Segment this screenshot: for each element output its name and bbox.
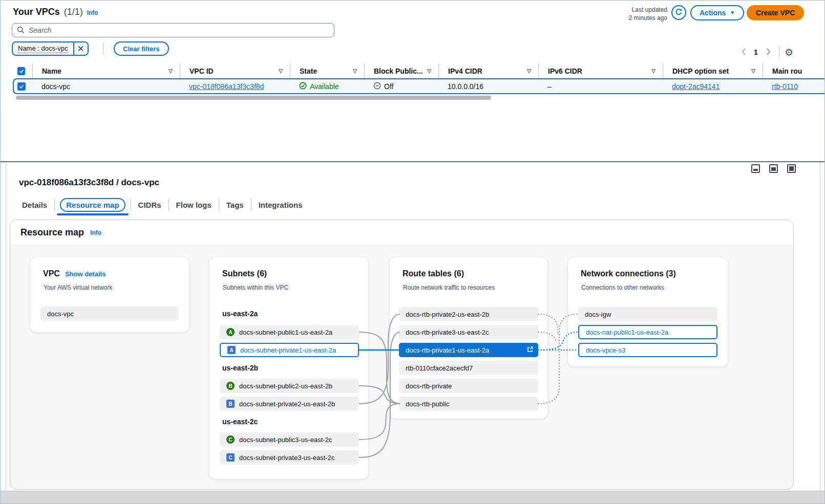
dhcp-option-set-link[interactable]: dopt-2ac94141	[672, 82, 720, 91]
select-all-checkbox[interactable]	[17, 67, 25, 75]
tab-separator	[54, 199, 55, 210]
route-tables-column: Route tables (6) Route network traffic t…	[390, 257, 547, 419]
column-header-ipv4-cidr[interactable]: IPv4 CIDR▽	[438, 63, 538, 78]
filter-token: Name : docs-vpc ✕	[12, 41, 89, 56]
route-tables-column-title: Route tables (6)	[403, 269, 464, 278]
subnet-b-badge-icon: B	[226, 400, 235, 408]
route-table-node-private2[interactable]: docs-rtb-private2-us-east-2b	[399, 307, 538, 321]
column-header-state[interactable]: State▽	[290, 63, 364, 78]
search-field	[12, 23, 334, 37]
subnet-node-public3[interactable]: C docs-subnet-public3-us-east-2c	[220, 432, 359, 447]
subnet-node-private3[interactable]: C docs-subnet-private3-us-east-2c	[220, 450, 359, 465]
subnet-node-private2[interactable]: B docs-subnet-private2-us-east-2b	[220, 397, 359, 411]
subnet-a-badge-icon: A	[227, 346, 236, 354]
resource-map-header: Resource map Info	[10, 220, 793, 246]
search-icon	[17, 26, 25, 35]
external-link-icon[interactable]	[526, 346, 534, 355]
filter-icon[interactable]: ▽	[279, 68, 283, 74]
subnet-node-public1[interactable]: A docs-subnet-public1-us-east-2a	[220, 325, 359, 339]
cell-ipv6-cidr: –	[538, 82, 663, 91]
tab-details[interactable]: Details	[15, 201, 54, 209]
row-checkbox-cell	[15, 82, 32, 91]
show-details-link[interactable]: Show details	[65, 270, 105, 278]
previous-page-button[interactable]	[738, 46, 749, 58]
filter-icon[interactable]: ▽	[427, 68, 431, 74]
current-page[interactable]: 1	[749, 48, 763, 56]
resource-map-title: Resource map	[20, 227, 84, 238]
panel-position-bottom-icon[interactable]	[751, 164, 760, 173]
last-updated: Last updated 2 minutes ago	[589, 6, 667, 22]
last-updated-line1: Last updated	[589, 6, 667, 14]
column-header-dhcp-option-set[interactable]: DHCP option set▽	[663, 63, 763, 78]
actions-button[interactable]: Actions ▼	[690, 5, 744, 20]
filter-icon[interactable]: ▽	[353, 68, 357, 74]
pager-divider	[779, 47, 779, 58]
subnet-c-badge-icon: C	[226, 435, 235, 444]
az-heading-us-east-2a: us-east-2a	[222, 310, 258, 318]
row-checkbox[interactable]	[17, 82, 26, 91]
az-heading-us-east-2b: us-east-2b	[222, 364, 258, 372]
filter-icon[interactable]: ▽	[168, 68, 173, 74]
main-route-table-link[interactable]: rtb-0110	[772, 82, 798, 91]
tab-tags[interactable]: Tags	[219, 201, 251, 209]
panel-position-half-icon[interactable]	[769, 164, 778, 173]
clear-filters-button[interactable]: Clear filters	[114, 41, 169, 56]
network-node-nat-selected[interactable]: docs-nat-public1-us-east-2a	[578, 325, 717, 339]
filter-icon[interactable]: ▽	[751, 68, 755, 74]
tab-flow-logs[interactable]: Flow logs	[169, 201, 219, 209]
tab-resource-map[interactable]: Resource map	[60, 198, 125, 212]
cell-ipv4-cidr: 10.0.0.0/16	[438, 82, 538, 91]
clear-filters-label: Clear filters	[123, 45, 160, 53]
column-header-ipv6-cidr[interactable]: IPv6 CIDR▽	[538, 63, 663, 78]
table-settings-button[interactable]: ⚙	[785, 48, 793, 57]
vpc-column-title: VPC	[43, 269, 60, 278]
subnet-node-private1-selected[interactable]: A docs-subnet-private1-us-east-2a	[220, 343, 359, 357]
header-info-link[interactable]: Info	[87, 9, 98, 16]
next-page-button[interactable]	[763, 46, 774, 58]
network-connections-column-title: Network connections (3)	[581, 269, 676, 278]
state-label: Available	[310, 82, 339, 91]
vpc-console-page: Your VPCs (1/1) Info Last updated 2 minu…	[0, 0, 825, 504]
tab-cidrs[interactable]: CIDRs	[131, 201, 168, 209]
refresh-button[interactable]	[671, 5, 686, 20]
filter-token-label: Name : docs-vpc	[13, 42, 73, 55]
route-table-node-public[interactable]: docs-rtb-public	[399, 397, 538, 411]
column-header-block-public[interactable]: Block Public...▽	[364, 63, 438, 78]
filter-token-dismiss-button[interactable]: ✕	[73, 42, 88, 55]
close-icon: ✕	[77, 43, 84, 54]
block-public-label: Off	[384, 82, 393, 91]
network-node-igw[interactable]: docs-igw	[578, 307, 717, 321]
route-table-node-private[interactable]: docs-rtb-private	[399, 379, 538, 393]
route-table-node-private3[interactable]: docs-rtb-private3-us-east-2c	[399, 325, 538, 339]
column-header-main-route-table[interactable]: Main rou	[763, 63, 824, 78]
vpc-column: VPC Show details Your AWS virtual networ…	[30, 257, 189, 332]
subnet-node-public2[interactable]: B docs-subnet-public2-us-east-2b	[220, 379, 359, 393]
horizontal-scrollbar[interactable]	[16, 96, 491, 100]
route-table-node-main[interactable]: rtb-0110cface2acecfd7	[399, 361, 538, 375]
network-node-vpce-s3-selected[interactable]: docs-vpce-s3	[578, 343, 717, 357]
filter-icon[interactable]: ▽	[651, 68, 655, 74]
column-header-name[interactable]: Name▽	[32, 63, 180, 78]
filter-icon[interactable]: ▽	[527, 68, 531, 74]
panel-position-full-icon[interactable]	[787, 164, 796, 173]
tab-integrations[interactable]: Integrations	[251, 201, 310, 209]
subnet-a-badge-icon: A	[226, 328, 235, 336]
create-vpc-label: Create VPC	[756, 9, 795, 17]
vpc-node[interactable]: docs-vpc	[40, 306, 179, 321]
vpc-id-link[interactable]: vpc-018f086a13f3c3f8d	[189, 82, 264, 91]
table-row[interactable]: docs-vpc vpc-018f086a13f3c3f8d Available…	[13, 78, 825, 94]
chevron-right-icon	[766, 48, 771, 57]
available-status-icon	[299, 82, 307, 91]
subnets-column-subtitle: Subnets within this VPC	[223, 284, 288, 291]
search-input[interactable]	[12, 23, 334, 37]
tab-bar: Details Resource map CIDRs Flow logs Tag…	[15, 197, 310, 212]
page-header: Your VPCs (1/1) Info	[13, 7, 98, 17]
pagination: 1 ⚙	[738, 46, 793, 59]
route-table-node-private1-selected[interactable]: docs-rtb-private1-us-east-2a	[399, 343, 538, 357]
create-vpc-button[interactable]: Create VPC	[747, 5, 804, 20]
chevron-left-icon	[742, 48, 746, 57]
table-header: Name▽ VPC ID▽ State▽ Block Public...▽ IP…	[15, 63, 824, 78]
resource-map-info-link[interactable]: Info	[90, 229, 101, 236]
header-checkbox-cell	[15, 63, 32, 78]
column-header-vpc-id[interactable]: VPC ID▽	[180, 63, 290, 78]
